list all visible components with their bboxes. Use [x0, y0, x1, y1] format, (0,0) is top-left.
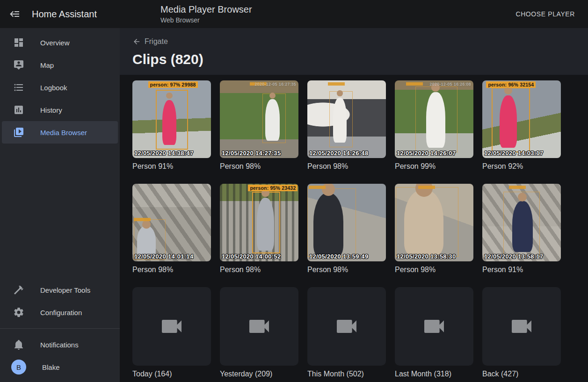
sidebar-item-profile[interactable]: B Blake — [2, 356, 118, 378]
clip-timestamp: 12/05/2020 13:58:30 — [397, 253, 456, 260]
map-account-icon — [13, 59, 24, 71]
sidebar-item-label: Developer Tools — [40, 286, 90, 294]
breadcrumb-label: Frigate — [145, 37, 168, 46]
detection-label: person: 97% 29988 — [148, 81, 198, 88]
folder-caption: This Month (502) — [307, 370, 386, 379]
gear-icon — [13, 307, 24, 318]
sidebar-item-developer-tools[interactable]: Developer Tools — [2, 279, 118, 301]
clip-caption: Person 98% — [220, 266, 298, 274]
sidebar-item-label: Overview — [40, 39, 70, 47]
main-content: Frigate Clips (820) person: 97% 29988 12… — [120, 28, 588, 382]
clip-cell: 2020-12-05 16:27:35 12/05/2020 14:27:35 … — [220, 80, 298, 171]
arrow-left-icon — [132, 37, 141, 46]
sidebar-item-history[interactable]: History — [2, 99, 118, 121]
content-header: Frigate Clips (820) — [120, 28, 588, 75]
camera-osd-timestamp: 2020-12-05 16:27:35 — [255, 82, 296, 86]
sidebar-item-logbook[interactable]: Logbook — [2, 76, 118, 99]
choose-player-button[interactable]: CHOOSE PLAYER — [512, 7, 579, 22]
person-figure — [162, 100, 176, 145]
folder-tile-today-164[interactable] — [132, 287, 211, 366]
person-figure — [265, 99, 279, 141]
clip-timestamp: 12/05/2020 14:26:48 — [309, 150, 368, 157]
breadcrumb-back[interactable]: Frigate — [132, 37, 168, 46]
clip-thumbnail[interactable]: 2020-12-05 16:26:08 12/05/2020 14:26:07 — [395, 80, 473, 158]
clip-cell: 12/05/2020 14:01:14 Person 98% — [132, 184, 211, 274]
detection-mini-label — [418, 186, 435, 189]
person-figure — [512, 201, 533, 252]
sidebar-item-configuration[interactable]: Configuration — [2, 301, 118, 324]
clip-caption: Person 98% — [395, 266, 473, 274]
clip-thumbnail[interactable]: person: 95% 23432 12/05/2020 14:00:52 — [220, 184, 298, 261]
sidebar-item-notifications[interactable]: Notifications — [2, 333, 118, 356]
media-browser-icon — [13, 127, 24, 138]
hammer-icon — [13, 284, 24, 296]
clip-cell: 12/05/2020 13:58:30 Person 98% — [395, 184, 473, 274]
avatar: B — [11, 360, 26, 375]
folder-caption: Yesterday (209) — [220, 370, 298, 379]
clip-cell: person: 97% 29988 12/05/2020 14:38:47 Pe… — [132, 80, 211, 171]
clip-thumbnail[interactable]: 2020-12-05 16:27:35 12/05/2020 14:27:35 — [220, 80, 298, 158]
folder-cell: Last Month (318) — [395, 287, 473, 379]
clip-thumbnail[interactable]: 12/05/2020 13:59:49 — [307, 184, 386, 261]
sidebar-toggle-icon[interactable] — [9, 8, 21, 20]
panel-subtitle: Web Browser — [160, 16, 252, 24]
clip-cell: 12/05/2020 14:26:48 Person 98% — [307, 80, 386, 171]
videocam-icon — [159, 313, 185, 339]
clip-thumbnail[interactable]: 12/05/2020 14:26:48 — [307, 80, 386, 158]
app-title: Home Assistant — [32, 9, 97, 20]
clip-thumbnail[interactable]: 12/05/2020 13:58:17 — [482, 184, 561, 261]
clip-timestamp: 12/05/2020 13:58:17 — [484, 253, 543, 260]
sidebar-item-overview[interactable]: Overview — [2, 31, 118, 54]
sidebar-spacer — [0, 144, 120, 275]
clip-thumbnail[interactable]: person: 96% 32154 12/05/2020 14:03:17 — [482, 80, 561, 158]
clip-cell: 12/05/2020 13:59:49 Person 98% — [307, 184, 386, 274]
sidebar-item-media-browser[interactable]: Media Browser — [2, 121, 118, 144]
folder-tile-last-month-318[interactable] — [395, 287, 473, 366]
clip-timestamp: 12/05/2020 14:00:52 — [222, 253, 281, 260]
sidebar-item-label: Media Browser — [40, 129, 87, 137]
person-figure — [404, 190, 443, 255]
sidebar-divider — [0, 328, 120, 329]
clip-timestamp: 12/05/2020 14:01:14 — [134, 253, 193, 260]
profile-name: Blake — [42, 363, 60, 371]
folder-tile-this-month-502[interactable] — [307, 287, 386, 366]
person-figure — [500, 95, 517, 148]
videocam-icon — [246, 313, 272, 339]
detection-mini-label — [328, 82, 345, 86]
videocam-icon — [421, 313, 447, 339]
clip-timestamp: 12/05/2020 13:59:49 — [309, 253, 368, 260]
sidebar-item-label: Logbook — [40, 84, 67, 92]
clip-caption: Person 98% — [307, 266, 386, 274]
detection-mini-label — [406, 82, 423, 86]
folder-cell: Back (427) — [482, 287, 561, 379]
detection-mini-label — [134, 218, 151, 221]
folder-cell: Today (164) — [132, 287, 211, 379]
dashboard-icon — [13, 37, 24, 48]
history-chart-icon — [13, 104, 24, 115]
app-bar-left: Home Assistant — [0, 8, 120, 20]
clip-caption: Person 91% — [482, 266, 561, 274]
camera-osd-timestamp: 2020-12-05 16:26:08 — [430, 82, 471, 86]
clip-cell: 12/05/2020 13:58:17 Person 91% — [482, 184, 561, 274]
clip-caption: Person 98% — [132, 266, 211, 274]
sidebar-nav: OverviewMapLogbookHistoryMedia Browser — [0, 28, 120, 144]
clip-thumbnail[interactable]: 12/05/2020 14:01:14 — [132, 184, 211, 261]
clip-timestamp: 12/05/2020 14:26:07 — [397, 150, 456, 157]
person-figure — [333, 98, 347, 143]
videocam-icon — [334, 313, 360, 339]
folder-tile-back-427[interactable] — [482, 287, 561, 366]
folder-tile-yesterday-209[interactable] — [220, 287, 298, 366]
clip-timestamp: 12/05/2020 14:38:47 — [134, 150, 193, 157]
sidebar-item-label: History — [40, 106, 62, 114]
sidebar: OverviewMapLogbookHistoryMedia Browser D… — [0, 28, 120, 382]
panel-title-block: Media Player Browser Web Browser — [160, 4, 252, 24]
clip-cell: person: 95% 23432 12/05/2020 14:00:52 Pe… — [220, 184, 298, 274]
folder-cell: Yesterday (209) — [220, 287, 298, 379]
sidebar-item-label: Configuration — [40, 309, 82, 317]
clip-caption: Person 99% — [395, 162, 473, 171]
sidebar-item-map[interactable]: Map — [2, 54, 118, 76]
clip-thumbnail[interactable]: 12/05/2020 13:58:30 — [395, 184, 473, 261]
clip-thumbnail[interactable]: person: 97% 29988 12/05/2020 14:38:47 — [132, 80, 211, 158]
detection-mini-label — [509, 186, 526, 189]
clip-cell: 2020-12-05 16:26:08 12/05/2020 14:26:07 … — [395, 80, 473, 171]
